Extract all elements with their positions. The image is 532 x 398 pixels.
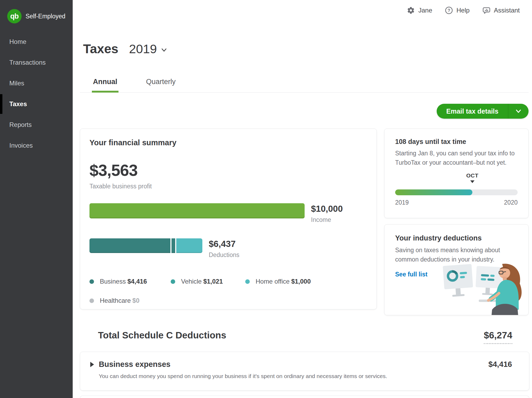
tab-annual[interactable]: Annual bbox=[92, 78, 118, 93]
marker-triangle-icon bbox=[470, 180, 474, 183]
schedule-c-section: Total Schedule C Deductions $6,274 bbox=[98, 330, 512, 344]
deduction-segment-business bbox=[89, 238, 170, 253]
sidebar-item-reports[interactable]: Reports bbox=[0, 114, 73, 135]
legend-label: Business bbox=[100, 278, 126, 285]
business-expenses-card: Business expenses $4,416 You can deduct … bbox=[80, 352, 529, 391]
legend-item-vehicle: Vehicle$1,021 bbox=[171, 278, 245, 285]
sidebar-item-taxes[interactable]: Taxes bbox=[0, 94, 73, 114]
app-logo[interactable]: qb Self-Employed bbox=[7, 9, 66, 23]
legend-label: Vehicle bbox=[181, 278, 202, 285]
page-title-row: Taxes 2019 bbox=[83, 42, 167, 56]
income-label: Income bbox=[311, 216, 343, 223]
progress-start-year: 2019 bbox=[395, 199, 409, 206]
gear-icon bbox=[407, 6, 415, 14]
business-expenses-description: You can deduct money you spend on runnin… bbox=[99, 373, 512, 379]
legend-label: Healthcare bbox=[100, 297, 131, 304]
sidebar-item-label: Taxes bbox=[9, 100, 27, 108]
sidebar-item-transactions[interactable]: Transactions bbox=[0, 52, 73, 73]
chevron-down-icon bbox=[515, 108, 522, 115]
tax-countdown-card: 108 days until tax time Starting Jan 8, … bbox=[384, 128, 529, 218]
legend-amount: $1,000 bbox=[291, 278, 311, 285]
schedule-c-title: Total Schedule C Deductions bbox=[98, 330, 226, 341]
taxable-profit-amount: $3,563 bbox=[89, 161, 366, 180]
email-options-toggle[interactable] bbox=[508, 104, 529, 119]
tab-label: Quarterly bbox=[146, 78, 176, 86]
see-full-list-link[interactable]: See full list bbox=[395, 271, 427, 278]
legend-dot-healthcare bbox=[89, 298, 94, 303]
legend-dot-home-office bbox=[245, 279, 250, 284]
legend-dot-vehicle bbox=[171, 279, 175, 284]
progress-end-year: 2020 bbox=[504, 199, 518, 206]
income-bar-row: $10,000 Income bbox=[89, 203, 366, 223]
settings-menu[interactable]: Jane bbox=[407, 6, 432, 14]
deductions-label: Deductions bbox=[209, 251, 239, 259]
sidebar-item-home[interactable]: Home bbox=[0, 31, 73, 52]
business-expenses-row[interactable]: Business expenses $4,416 bbox=[90, 360, 512, 369]
legend-amount: $1,021 bbox=[203, 278, 223, 285]
income-amount: $10,000 bbox=[311, 204, 343, 213]
industry-deductions-title: Your industry deductions bbox=[395, 234, 518, 242]
help-label: Help bbox=[456, 7, 469, 14]
assistant-icon bbox=[482, 6, 490, 14]
top-header: Jane ? Help Assistant bbox=[407, 6, 520, 14]
sidebar: qb Self-Employed Home Transactions Miles… bbox=[0, 0, 73, 398]
email-tax-details-button[interactable]: Email tax details bbox=[437, 104, 529, 119]
industry-illustration bbox=[439, 259, 527, 315]
month-marker-label: OCT bbox=[466, 172, 478, 179]
quickbooks-self-employed-app: qb Self-Employed Home Transactions Miles… bbox=[0, 0, 532, 398]
tab-quarterly[interactable]: Quarterly bbox=[145, 78, 177, 93]
schedule-c-total: $6,274 bbox=[484, 330, 512, 344]
business-expenses-title: Business expenses bbox=[99, 360, 170, 369]
assistant-label: Assistant bbox=[494, 7, 520, 14]
expand-caret-icon[interactable] bbox=[90, 362, 94, 367]
progress-track bbox=[395, 189, 518, 195]
user-name: Jane bbox=[418, 7, 432, 14]
year-selector-value[interactable]: 2019 bbox=[129, 42, 157, 56]
tax-year-progress: OCT 2019 2020 bbox=[395, 189, 518, 206]
income-bar bbox=[89, 203, 305, 218]
assistant-menu[interactable]: Assistant bbox=[482, 6, 520, 14]
qb-logo-glyph: qb bbox=[10, 12, 19, 20]
product-name: Self-Employed bbox=[26, 13, 66, 20]
sidebar-nav: Home Transactions Miles Taxes Reports In… bbox=[0, 31, 73, 156]
deductions-amount: $6,437 bbox=[209, 239, 239, 248]
sidebar-item-invoices[interactable]: Invoices bbox=[0, 135, 73, 156]
deductions-bar-row: $6,437 Deductions bbox=[89, 238, 366, 259]
legend-amount: $4,416 bbox=[127, 278, 147, 285]
legend-label: Home office bbox=[256, 278, 290, 285]
sidebar-item-label: Transactions bbox=[9, 59, 46, 66]
industry-deductions-card: Your industry deductions Saving on taxes… bbox=[384, 224, 529, 315]
tab-label: Annual bbox=[93, 78, 117, 86]
legend-item-home-office: Home office$1,000 bbox=[245, 278, 320, 285]
deduction-segment-home-office bbox=[176, 238, 202, 253]
email-tax-details-label[interactable]: Email tax details bbox=[437, 104, 508, 119]
sidebar-item-label: Invoices bbox=[9, 142, 33, 149]
tax-countdown-title: 108 days until tax time bbox=[395, 138, 518, 146]
taxable-profit-label: Taxable business profit bbox=[89, 183, 366, 190]
deductions-legend-row-2: Healthcare$0 bbox=[89, 297, 366, 304]
income-bar-info: $10,000 Income bbox=[311, 203, 343, 223]
tab-bar: Annual Quarterly bbox=[80, 78, 529, 93]
sidebar-item-label: Home bbox=[9, 38, 26, 45]
svg-text:?: ? bbox=[448, 8, 450, 13]
financial-summary-card: Your financial summary $3,563 Taxable bu… bbox=[80, 128, 377, 309]
sidebar-item-miles[interactable]: Miles bbox=[0, 73, 73, 94]
business-expenses-amount: $4,416 bbox=[488, 360, 512, 369]
deduction-segment-vehicle bbox=[171, 238, 175, 253]
help-icon: ? bbox=[445, 6, 453, 14]
deductions-bar bbox=[89, 238, 202, 253]
deductions-legend-row-1: Business$4,416 Vehicle$1,021 Home office… bbox=[89, 278, 366, 285]
page-title: Taxes bbox=[83, 42, 118, 56]
help-menu[interactable]: ? Help bbox=[445, 6, 469, 14]
next-expense-card-peek bbox=[80, 396, 529, 398]
sidebar-item-label: Miles bbox=[9, 80, 24, 87]
qb-logo-icon: qb bbox=[7, 9, 22, 23]
legend-dot-business bbox=[89, 279, 94, 284]
chevron-down-icon[interactable] bbox=[161, 47, 167, 53]
legend-item-business: Business$4,416 bbox=[89, 278, 171, 285]
financial-summary-title: Your financial summary bbox=[89, 138, 366, 147]
sidebar-item-label: Reports bbox=[9, 121, 32, 128]
progress-fill bbox=[395, 189, 472, 195]
deductions-bar-info: $6,437 Deductions bbox=[209, 238, 239, 259]
legend-amount: $0 bbox=[132, 297, 140, 304]
